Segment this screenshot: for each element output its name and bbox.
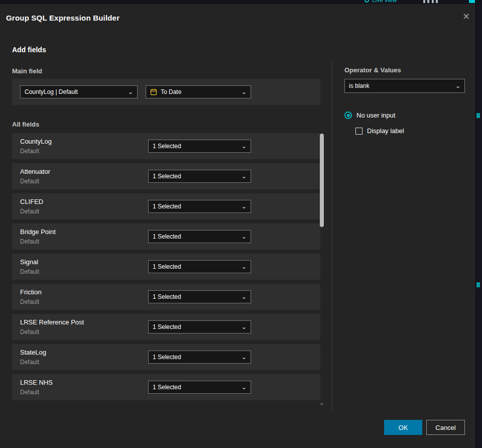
main-field-dropdown[interactable]: CountyLog | Default ⌄ [20, 85, 138, 98]
field-row-countylog: CountyLog Default 1 Selected ⌄ [12, 133, 320, 159]
field-name: LRSE Reference Post [20, 318, 84, 326]
chevron-down-icon: ⌄ [242, 294, 247, 300]
chevron-down-icon: ⌄ [242, 143, 247, 149]
field-subtitle: Default [20, 238, 39, 245]
field-subtitle: Default [20, 298, 39, 305]
close-icon[interactable]: ✕ [462, 12, 470, 21]
live-view-label: Live view [372, 0, 397, 4]
screen: Live view Group SQL Expression Builder ✕… [0, 0, 482, 448]
radio-label: No user input [356, 111, 395, 119]
field-row-clifed: CLIFED Default 1 Selected ⌄ [12, 193, 320, 219]
operator-value: is blank [349, 82, 451, 89]
field-subtitle: Default [20, 389, 39, 396]
no-user-input-radio[interactable]: No user input [344, 111, 395, 119]
field-name: Friction [20, 288, 42, 296]
live-view-icon [365, 0, 369, 3]
field-row-friction: Friction Default 1 Selected ⌄ [12, 284, 320, 310]
field-subtitle: Default [20, 268, 39, 275]
field-selected-dropdown[interactable]: 1 Selected ⌄ [148, 351, 251, 364]
chevron-down-icon: ⌄ [242, 384, 247, 390]
calendar-icon [150, 88, 157, 95]
main-field-row: CountyLog | Default ⌄ To Date ⌄ [12, 79, 320, 105]
field-selected-dropdown[interactable]: 1 Selected ⌄ [148, 140, 251, 153]
field-selected-dropdown[interactable]: 1 Selected ⌄ [148, 260, 251, 273]
field-selected-dropdown[interactable]: 1 Selected ⌄ [148, 200, 251, 213]
chevron-down-icon: ⌄ [242, 203, 247, 209]
chevron-down-icon: ⌄ [242, 264, 247, 270]
backdrop-right-strip [475, 4, 482, 448]
panel-divider [332, 60, 332, 411]
group-sql-expression-builder-dialog: Group SQL Expression Builder ✕ Add field… [0, 4, 475, 448]
field-subtitle: Default [20, 208, 39, 215]
field-row-statelog: StateLog Default 1 Selected ⌄ [12, 344, 320, 370]
chevron-down-icon: ⌄ [455, 83, 460, 89]
checkbox-label: Display label [367, 127, 404, 135]
dialog-title: Group SQL Expression Builder [6, 14, 119, 22]
field-row-bridge-point: Bridge Point Default 1 Selected ⌄ [12, 223, 320, 250]
chevron-down-icon: ⌄ [242, 354, 247, 360]
live-view-indicator: Live view [365, 0, 397, 4]
all-fields-list: CountyLog Default 1 Selected ⌄ Attenuato… [12, 133, 320, 404]
toolbar-icon [432, 0, 438, 3]
field-selected-dropdown[interactable]: 1 Selected ⌄ [148, 170, 251, 183]
toolbar-icon [469, 0, 475, 3]
scroll-down-icon[interactable]: ⌄ [319, 399, 324, 406]
field-name: StateLog [20, 349, 46, 356]
field-name: Attenuator [20, 168, 50, 175]
chevron-down-icon: ⌄ [242, 173, 247, 179]
date-mode-dropdown[interactable]: To Date ⌄ [146, 85, 251, 98]
chevron-down-icon: ⌄ [242, 324, 247, 330]
all-fields-label: All fields [12, 121, 39, 128]
field-row-lrse-nhs: LRSE NHS Default 1 Selected ⌄ [12, 374, 320, 400]
chevron-down-icon: ⌄ [242, 89, 247, 95]
main-field-label: Main field [12, 67, 42, 75]
field-subtitle: Default [20, 359, 39, 366]
field-subtitle: Default [20, 148, 39, 155]
ok-button[interactable]: OK [384, 420, 422, 435]
scrollbar-thumb[interactable] [320, 134, 324, 227]
cancel-button[interactable]: Cancel [426, 420, 465, 435]
field-selected-dropdown[interactable]: 1 Selected ⌄ [148, 381, 251, 394]
field-selected-dropdown[interactable]: 1 Selected ⌄ [148, 230, 251, 243]
field-name: LRSE NHS [20, 379, 53, 386]
operator-dropdown[interactable]: is blank ⌄ [344, 79, 465, 93]
field-subtitle: Default [20, 178, 39, 185]
list-scrollbar[interactable]: ⌄ [320, 134, 324, 406]
field-selected-dropdown[interactable]: 1 Selected ⌄ [148, 320, 251, 333]
canvas-fragment [476, 282, 480, 287]
canvas-fragment [476, 113, 480, 118]
field-subtitle: Default [20, 328, 39, 335]
radio-selected-icon [344, 111, 352, 119]
field-row-attenuator: Attenuator Default 1 Selected ⌄ [12, 163, 320, 189]
chevron-down-icon: ⌄ [128, 89, 133, 95]
chevron-down-icon: ⌄ [242, 234, 247, 240]
field-name: Bridge Point [20, 228, 56, 236]
add-fields-heading: Add fields [12, 46, 46, 54]
field-name: Signal [20, 258, 38, 266]
main-field-dropdown-value: CountyLog | Default [25, 88, 124, 95]
checkbox-icon [355, 128, 363, 135]
field-name: CountyLog [20, 138, 52, 145]
field-row-signal: Signal Default 1 Selected ⌄ [12, 254, 320, 280]
toolbar-icon [423, 0, 429, 3]
date-mode-value: To Date [161, 88, 181, 95]
display-label-checkbox[interactable]: Display label [355, 127, 404, 135]
field-name: CLIFED [20, 198, 43, 205]
field-row-lrse-reference-post: LRSE Reference Post Default 1 Selected ⌄ [12, 314, 320, 340]
operator-values-label: Operator & Values [344, 66, 401, 74]
backdrop-top-strip: Live view [0, 0, 482, 4]
field-selected-dropdown[interactable]: 1 Selected ⌄ [148, 290, 251, 303]
